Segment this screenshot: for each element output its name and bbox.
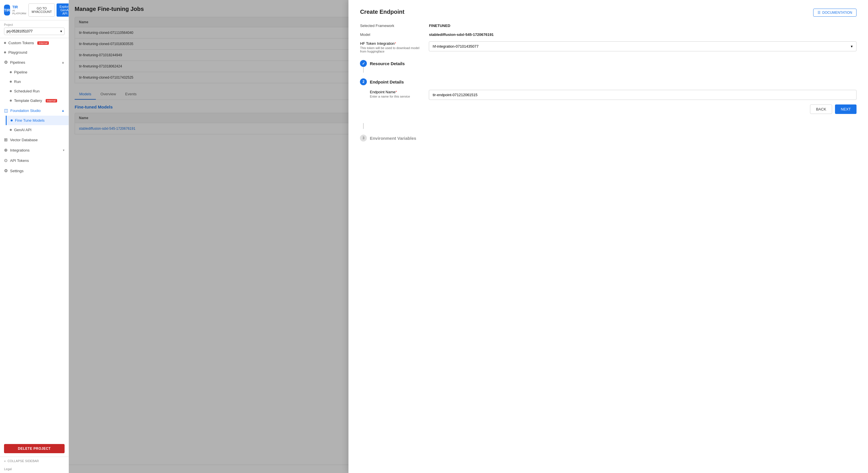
foundation-submenu: Fine Tune Models GenAI API bbox=[0, 116, 69, 135]
sidebar-item-vector-database[interactable]: ⊞ Vector Database bbox=[0, 135, 69, 145]
legal-link[interactable]: Legal bbox=[0, 465, 69, 473]
pipelines-submenu: Pipeline Run Scheduled Run Template Gall… bbox=[0, 67, 69, 105]
project-dropdown[interactable]: prj-05281051077 ▾ bbox=[4, 28, 65, 35]
step-header: 2 Endpoint Details bbox=[360, 78, 857, 85]
step-connector bbox=[363, 67, 364, 73]
sidebar-item-scheduled-run[interactable]: Scheduled Run bbox=[6, 86, 69, 96]
hf-token-value: hf-integration-07101435077 bbox=[433, 44, 478, 49]
sidebar-item-foundation-studio[interactable]: ◫ Foundation Studio ▲ bbox=[0, 105, 69, 116]
framework-row: Selected Framework FINETUNED bbox=[360, 24, 857, 28]
collapse-sidebar-button[interactable]: « COLLAPSE SIDEBAR bbox=[0, 456, 69, 465]
collapse-label: COLLAPSE SIDEBAR bbox=[7, 459, 39, 463]
sidebar-item-label: Vector Database bbox=[10, 138, 38, 142]
step-endpoint-details: 2 Endpoint Details Endpoint Name* Enter … bbox=[360, 78, 857, 129]
delete-project-button[interactable]: DELETE PROJECT bbox=[4, 444, 65, 453]
dot-icon bbox=[10, 100, 12, 102]
settings-icon: ⚙ bbox=[4, 168, 8, 174]
endpoint-name-label-block: Endpoint Name* Enter a name for this ser… bbox=[370, 90, 423, 98]
model-value: stablediffusion-sdxl-545-1720676191 bbox=[429, 32, 493, 37]
sidebar-item-playground[interactable]: Playground bbox=[0, 48, 69, 57]
sidebar-item-label: Settings bbox=[10, 169, 24, 173]
dot-icon bbox=[10, 71, 12, 73]
action-buttons: BACK NEXT bbox=[370, 104, 857, 114]
step-2-content: Endpoint Name* Enter a name for this ser… bbox=[370, 85, 857, 123]
foundation-icon: ◫ bbox=[4, 108, 8, 113]
sidebar-item-label: Pipeline bbox=[14, 70, 27, 74]
sidebar-item-pipelines[interactable]: ⚙ Pipelines ▲ bbox=[0, 57, 69, 67]
back-button[interactable]: BACK bbox=[810, 104, 832, 114]
hf-token-row: HF Token Integration* This token will be… bbox=[360, 41, 857, 53]
step-circle-1: ✓ bbox=[360, 60, 367, 67]
hf-label-block: HF Token Integration* This token will be… bbox=[360, 41, 423, 53]
internal-badge: Internal bbox=[45, 99, 57, 102]
integrations-icon: ⊕ bbox=[4, 148, 8, 153]
overlay: Create Endpoint ☰ DOCUMENTATION Selected… bbox=[69, 0, 868, 473]
dot-icon bbox=[10, 129, 12, 131]
dot-icon bbox=[11, 119, 12, 121]
chevron-up-icon: ▲ bbox=[61, 109, 65, 112]
step-title-2: Endpoint Details bbox=[370, 80, 404, 84]
vector-db-icon: ⊞ bbox=[4, 137, 8, 143]
hf-token-sub: This token will be used to download mode… bbox=[360, 46, 423, 53]
sidebar-item-run[interactable]: Run bbox=[6, 77, 69, 86]
project-selector: Project prj-05281051077 ▾ bbox=[0, 20, 69, 38]
internal-badge: Internal bbox=[37, 41, 49, 45]
endpoint-name-input[interactable] bbox=[429, 90, 857, 100]
sidebar-item-template-gallery[interactable]: Template Gallery Internal bbox=[6, 96, 69, 105]
step-title-3: Environment Variables bbox=[370, 136, 416, 140]
framework-label: Selected Framework bbox=[360, 24, 423, 28]
chevron-down-icon: ▾ bbox=[60, 29, 62, 33]
step-connector bbox=[363, 123, 364, 129]
logo-icon: TIR bbox=[4, 5, 10, 15]
sidebar-item-label: GenAI API bbox=[14, 128, 32, 132]
main-area: Manage Fine-tuning Jobs Name tir-finetun… bbox=[69, 0, 868, 473]
sidebar-item-pipeline[interactable]: Pipeline bbox=[6, 67, 69, 77]
project-label: Project bbox=[4, 23, 65, 26]
sidebar-item-label: Custom Tokens bbox=[8, 41, 34, 45]
step-circle-2: 2 bbox=[360, 78, 367, 85]
sidebar-item-custom-tokens[interactable]: Custom Tokens Internal bbox=[0, 38, 69, 48]
logo-text-block: TIR AI PLATFORM bbox=[12, 5, 26, 15]
sidebar-item-label: API Tokens bbox=[10, 158, 29, 163]
sidebar-item-fine-tune-models[interactable]: Fine Tune Models bbox=[6, 116, 69, 125]
logo-line2: AI PLATFORM bbox=[12, 9, 26, 15]
sidebar-item-label: Foundation Studio bbox=[10, 108, 41, 113]
step-env-variables: 3 Environment Variables bbox=[360, 135, 857, 141]
sidebar-item-genai-api[interactable]: GenAI API bbox=[6, 125, 69, 135]
model-label: Model bbox=[360, 32, 423, 37]
step-title-1: Resource Details bbox=[370, 61, 405, 66]
hf-token-select[interactable]: hf-integration-07101435077 ▾ bbox=[429, 41, 857, 51]
dot-icon bbox=[10, 81, 12, 83]
project-value: prj-05281051077 bbox=[7, 29, 33, 33]
logo-abbr: TIR bbox=[4, 8, 10, 12]
logo-area: TIR TIR AI PLATFORM GO TO MYACCOUNT Expl… bbox=[0, 0, 69, 20]
required-marker: * bbox=[395, 41, 396, 45]
required-marker: * bbox=[396, 90, 397, 94]
dot-icon bbox=[10, 90, 12, 92]
sidebar-item-integrations[interactable]: ⊕ Integrations ▾ bbox=[0, 145, 69, 155]
sidebar-item-label: Fine Tune Models bbox=[15, 118, 44, 123]
logo-line1: TIR bbox=[12, 5, 26, 9]
panel-header: Create Endpoint ☰ DOCUMENTATION bbox=[360, 9, 857, 17]
dot-icon bbox=[4, 42, 6, 44]
documentation-button[interactable]: ☰ DOCUMENTATION bbox=[813, 9, 857, 17]
doc-icon: ☰ bbox=[817, 11, 820, 14]
explore-genai-button[interactable]: Explore GenAI API bbox=[57, 3, 69, 17]
dot-icon bbox=[4, 51, 6, 53]
collapse-icon: « bbox=[4, 459, 6, 463]
endpoint-name-sub: Enter a name for this service bbox=[370, 95, 423, 98]
nav-list: Custom Tokens Internal Playground ⚙ Pipe… bbox=[0, 38, 69, 176]
next-button[interactable]: NEXT bbox=[835, 104, 857, 114]
sidebar-item-label: Run bbox=[14, 80, 21, 84]
step-circle-3: 3 bbox=[360, 135, 367, 141]
sidebar-item-settings[interactable]: ⚙ Settings bbox=[0, 166, 69, 176]
my-account-button[interactable]: GO TO MYACCOUNT bbox=[28, 3, 55, 17]
hf-token-label: HF Token Integration* bbox=[360, 41, 423, 45]
sidebar-item-label: Scheduled Run bbox=[14, 89, 40, 93]
sidebar-item-api-tokens[interactable]: ⊙ API Tokens bbox=[0, 155, 69, 166]
endpoint-name-row: Endpoint Name* Enter a name for this ser… bbox=[370, 90, 857, 100]
panel-title: Create Endpoint bbox=[360, 9, 404, 15]
checkmark-icon: ✓ bbox=[362, 61, 365, 66]
pipelines-icon: ⚙ bbox=[4, 60, 8, 65]
endpoint-name-label: Endpoint Name* bbox=[370, 90, 423, 94]
